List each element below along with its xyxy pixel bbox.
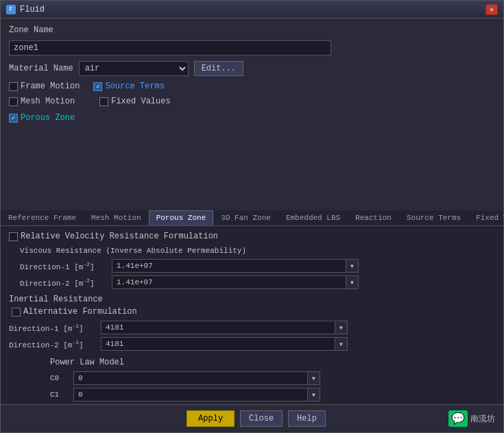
mesh-motion-checkbox[interactable] [9, 97, 18, 106]
title-bar: F Fluid ✕ [1, 1, 503, 18]
c1-dropdown[interactable]: ▼ [308, 388, 320, 401]
main-area: Relative Velocity Resistance Formulation… [1, 226, 503, 404]
bottom-buttons: Apply Close Help [64, 410, 448, 427]
edit-button[interactable]: Edit... [194, 61, 243, 76]
mesh-motion-checkbox-item[interactable]: Mesh Motion [9, 97, 75, 106]
tab-porous-zone[interactable]: Porous Zone [149, 210, 214, 225]
frame-motion-label: Frame Motion [21, 82, 80, 91]
viscous-resistance-label: Viscous Resistance (Inverse Absolute Per… [20, 247, 495, 255]
window-title: Fluid [20, 5, 45, 14]
viscous-resistance-section: Direction-1 [m-2] ▼ Direction-2 [m-2] ▼ [20, 259, 495, 289]
power-law-label: Power Law Model [50, 358, 495, 367]
inertial-dir2-row: Direction-2 [m-1] ▼ [9, 337, 495, 351]
power-law-section: Power Law Model C0 ▼ C1 ▼ [50, 358, 495, 401]
viscous-dir1-label: Direction-1 [m-2] [20, 261, 109, 271]
checkboxes-row-2: Mesh Motion Fixed Values [9, 97, 495, 106]
source-terms-checkbox[interactable] [93, 82, 102, 91]
c0-row: C0 ▼ [50, 371, 495, 385]
viscous-dir2-input-group: ▼ [112, 275, 359, 289]
relative-velocity-checkbox[interactable] [9, 232, 18, 241]
close-button[interactable]: Close [240, 410, 283, 427]
fluid-window: F Fluid ✕ Zone Name Material Name air Ed… [0, 0, 504, 433]
porous-zone-checkbox-item[interactable]: Porous Zone [9, 113, 495, 123]
checkboxes-row-1: Frame Motion Source Terms [9, 82, 495, 91]
relative-velocity-checkbox-item[interactable]: Relative Velocity Resistance Formulation [9, 232, 495, 241]
c0-input-group: ▼ [73, 371, 320, 385]
source-terms-checkbox-item[interactable]: Source Terms [93, 82, 164, 91]
inertial-dir2-input-group: ▼ [101, 337, 348, 351]
wechat-text: 南流坊 [470, 413, 495, 425]
tabs-bar: Reference Frame Mesh Motion Porous Zone … [1, 210, 503, 226]
porous-zone-label: Porous Zone [21, 113, 75, 123]
mesh-motion-label: Mesh Motion [21, 97, 75, 106]
c1-row: C1 ▼ [50, 388, 495, 401]
viscous-dir1-row: Direction-1 [m-2] ▼ [20, 259, 495, 273]
fixed-values-checkbox-item[interactable]: Fixed Values [99, 97, 170, 106]
inertial-dir1-dropdown[interactable]: ▼ [335, 321, 348, 334]
alt-formulation-checkbox-item[interactable]: Alternative Formulation [12, 307, 495, 317]
tab-fixed-values[interactable]: Fixed Values [468, 210, 504, 225]
viscous-dir2-row: Direction-2 [m-2] ▼ [20, 275, 495, 289]
tab-reaction[interactable]: Reaction [348, 210, 399, 225]
zone-name-input[interactable] [9, 40, 331, 55]
c0-input[interactable] [73, 371, 308, 385]
zone-name-row: Zone Name [9, 25, 495, 35]
fixed-values-label: Fixed Values [111, 97, 170, 106]
fixed-values-checkbox[interactable] [99, 97, 108, 106]
close-window-button[interactable]: ✕ [485, 4, 498, 15]
inertial-dir1-input-group: ▼ [101, 321, 348, 334]
inertial-dir1-label: Direction-1 [m-1] [9, 323, 98, 333]
inertial-dir1-input[interactable] [101, 321, 335, 334]
material-name-select[interactable]: air [79, 61, 189, 76]
apply-button[interactable]: Apply [187, 410, 235, 427]
zone-name-input-row [9, 40, 495, 55]
bottom-bar: Apply Close Help 💬 南流坊 [1, 404, 503, 432]
material-name-label: Material Name [9, 64, 73, 73]
alt-formulation-checkbox[interactable] [12, 308, 21, 317]
inertial-dir1-row: Direction-1 [m-1] ▼ [9, 321, 495, 334]
inertial-dir2-label: Direction-2 [m-1] [9, 339, 98, 349]
help-button[interactable]: Help [288, 410, 326, 427]
inertial-dir2-dropdown[interactable]: ▼ [335, 337, 348, 351]
title-bar-left: F Fluid [6, 5, 45, 14]
tab-source-terms[interactable]: Source Terms [399, 210, 468, 225]
viscous-dir2-label: Direction-2 [m-2] [20, 277, 109, 288]
viscous-dir1-dropdown[interactable]: ▼ [346, 259, 359, 273]
tab-reference-frame[interactable]: Reference Frame [1, 210, 84, 225]
source-terms-label: Source Terms [105, 82, 164, 91]
viscous-dir1-input-group: ▼ [112, 259, 359, 273]
wechat-badge: 💬 南流坊 [448, 410, 495, 427]
tab-3d-fan-zone[interactable]: 3D Fan Zone [213, 210, 278, 225]
material-name-row: Material Name air Edit... [9, 61, 495, 76]
porous-zone-scroll-area[interactable]: Relative Velocity Resistance Formulation… [1, 226, 503, 404]
inertial-resistance-label: Inertial Resistance [9, 295, 495, 304]
frame-motion-checkbox[interactable] [9, 82, 18, 91]
c0-dropdown[interactable]: ▼ [308, 371, 320, 385]
app-icon: F [6, 5, 16, 14]
viscous-dir2-input[interactable] [112, 275, 346, 289]
relative-velocity-label: Relative Velocity Resistance Formulation [21, 232, 218, 241]
c1-label: C1 [50, 391, 71, 399]
content-area: Zone Name Material Name air Edit... Fram… [1, 18, 503, 210]
porous-zone-checkbox[interactable] [9, 114, 18, 123]
tab-embedded-lbs[interactable]: Embedded LBS [278, 210, 348, 225]
c1-input-group: ▼ [73, 388, 320, 401]
c0-label: C0 [50, 374, 71, 382]
c1-input[interactable] [73, 388, 308, 401]
tab-mesh-motion[interactable]: Mesh Motion [84, 210, 149, 225]
alt-formulation-label: Alternative Formulation [23, 307, 137, 317]
zone-name-label: Zone Name [9, 25, 53, 35]
inertial-dir2-input[interactable] [101, 337, 335, 351]
viscous-dir2-dropdown[interactable]: ▼ [346, 275, 359, 289]
wechat-icon: 💬 [448, 410, 468, 427]
viscous-dir1-input[interactable] [112, 259, 346, 273]
frame-motion-checkbox-item[interactable]: Frame Motion [9, 82, 80, 91]
